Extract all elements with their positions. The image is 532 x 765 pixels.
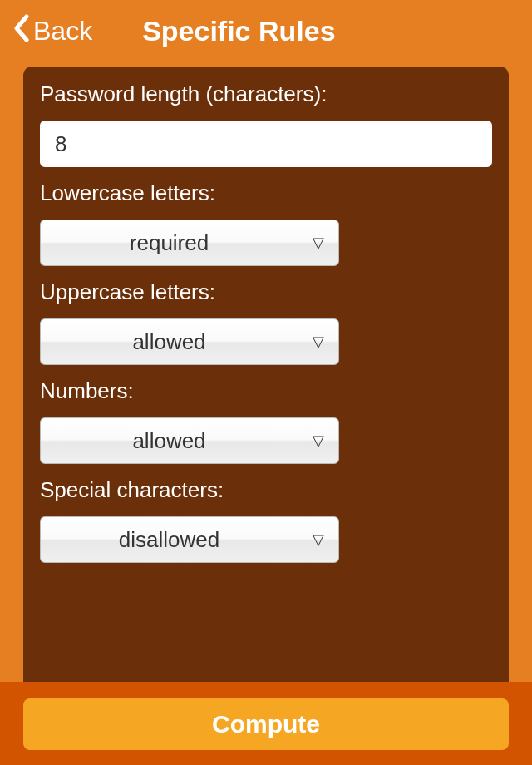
length-input[interactable] [40,121,492,167]
lowercase-select[interactable]: required ▽ [40,220,339,266]
back-label: Back [33,16,92,47]
lowercase-select-value: required [40,220,298,266]
uppercase-label: Uppercase letters: [40,279,492,305]
dropdown-arrow-icon: ▽ [298,318,339,365]
dropdown-arrow-icon: ▽ [298,516,339,563]
length-label: Password length (characters): [40,81,492,107]
uppercase-select-value: allowed [40,318,298,365]
rules-panel: Password length (characters): Lowercase … [23,67,509,690]
uppercase-select[interactable]: allowed ▽ [40,318,339,365]
chevron-left-icon [12,14,29,49]
dropdown-arrow-icon: ▽ [298,220,339,266]
lowercase-label: Lowercase letters: [40,180,492,206]
footer: Compute [0,682,532,765]
header: Back Specific Rules [0,0,532,67]
dropdown-arrow-icon: ▽ [298,417,339,464]
special-select-value: disallowed [40,516,298,563]
back-button[interactable]: Back [12,14,92,49]
page-title: Specific Rules [142,15,335,47]
compute-button[interactable]: Compute [23,698,509,750]
numbers-select-value: allowed [40,417,298,464]
numbers-label: Numbers: [40,378,492,404]
special-label: Special characters: [40,477,492,503]
special-select[interactable]: disallowed ▽ [40,516,339,563]
numbers-select[interactable]: allowed ▽ [40,417,339,464]
